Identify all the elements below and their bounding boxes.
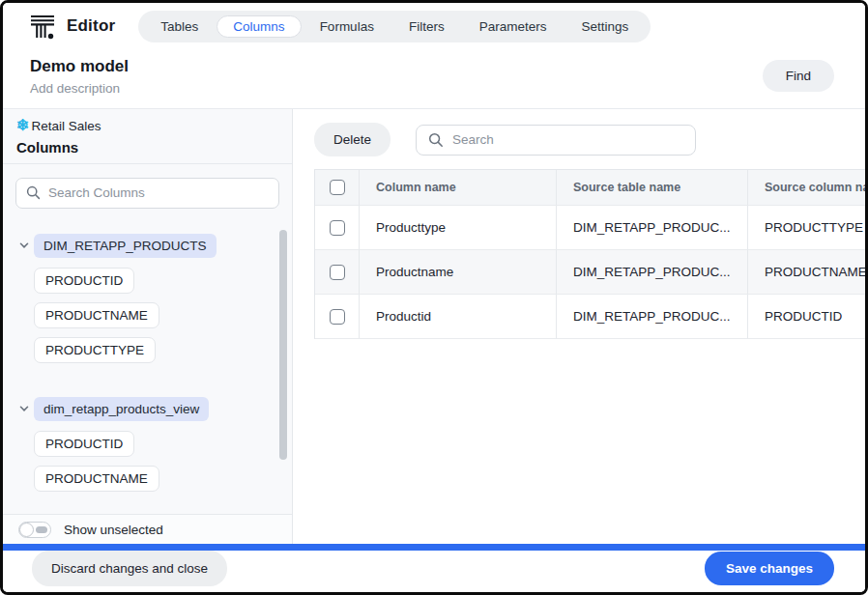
tab-filters[interactable]: Filters: [392, 15, 461, 38]
cell-source-column: PRODUCTTYPE: [748, 206, 865, 250]
cell-source-table: DIM_RETAPP_PRODUC...: [557, 206, 748, 250]
tab-columns[interactable]: Columns: [217, 15, 301, 38]
columns-tree: DIM_RETAPP_PRODUCTS PRODUCTID PRODUCTNAM…: [3, 220, 292, 514]
tab-settings[interactable]: Settings: [564, 15, 645, 38]
discard-changes-button[interactable]: Discard changes and close: [32, 551, 227, 586]
sigma-logo-icon: [30, 14, 55, 40]
show-unselected-toggle[interactable]: [18, 522, 51, 538]
tree-table-pill[interactable]: DIM_RETAPP_PRODUCTS: [34, 234, 217, 258]
cell-source-table: DIM_RETAPP_PRODUC...: [557, 250, 748, 295]
table-header-row: Column name Source table name Source col…: [315, 170, 865, 206]
search-icon: [428, 132, 444, 148]
model-title[interactable]: Demo model: [30, 57, 865, 76]
table-toolbar: Delete: [293, 109, 865, 169]
column-header[interactable]: Column name: [360, 170, 557, 206]
search-icon: [26, 185, 41, 200]
tree-column-pill[interactable]: PRODUCTNAME: [34, 466, 159, 492]
column-header[interactable]: Source table name: [557, 170, 748, 206]
cell-column-name[interactable]: Productname: [360, 250, 557, 295]
tree-column-pill[interactable]: PRODUCTNAME: [34, 302, 159, 328]
columns-table: Column name Source table name Source col…: [314, 169, 865, 339]
cell-source-column: PRODUCTNAME: [748, 250, 865, 295]
columns-main-panel: Delete Column name Source table name: [293, 109, 865, 544]
columns-sidebar: ❄ Retail Sales Columns: [3, 109, 293, 544]
tree-group: DIM_RETAPP_PRODUCTS PRODUCTID PRODUCTNAM…: [18, 234, 269, 372]
tree-group: dim_retapp_products_view PRODUCTID PRODU…: [18, 397, 269, 500]
search-columns-input[interactable]: [48, 185, 269, 200]
search-columns-box: [15, 178, 279, 209]
cell-column-name[interactable]: Producttype: [360, 206, 557, 250]
model-header: Demo model Add description Find: [3, 49, 865, 109]
app-title: Editor: [67, 16, 115, 36]
cell-source-table: DIM_RETAPP_PRODUC...: [557, 295, 748, 339]
tree-column-pill[interactable]: PRODUCTID: [34, 431, 134, 457]
table-search-input[interactable]: [452, 132, 683, 147]
table-row[interactable]: Producttype DIM_RETAPP_PRODUC... PRODUCT…: [315, 206, 865, 250]
tab-parameters[interactable]: Parameters: [463, 15, 564, 38]
save-changes-button[interactable]: Save changes: [705, 552, 834, 585]
tree-table-pill[interactable]: dim_retapp_products_view: [34, 397, 209, 421]
select-all-checkbox[interactable]: [330, 180, 345, 195]
app-header: Editor Tables Columns Formulas Filters P…: [3, 3, 865, 49]
sidebar-footer: Show unselected: [3, 514, 292, 544]
chevron-down-icon[interactable]: [18, 403, 30, 414]
tab-tables[interactable]: Tables: [144, 15, 215, 38]
editor-window: Editor Tables Columns Formulas Filters P…: [0, 0, 868, 595]
cell-source-column: PRODUCTID: [748, 295, 865, 339]
row-checkbox[interactable]: [330, 309, 345, 325]
row-checkbox[interactable]: [330, 265, 345, 280]
column-header[interactable]: Source column name: [748, 170, 865, 206]
table-row[interactable]: Productid DIM_RETAPP_PRODUC... PRODUCTID: [315, 295, 865, 339]
tree-column-pill[interactable]: PRODUCTTYPE: [34, 337, 156, 363]
accent-bar: [3, 544, 865, 551]
sidebar-panel-title: Columns: [16, 139, 278, 156]
add-description[interactable]: Add description: [30, 81, 865, 96]
table-row[interactable]: Productname DIM_RETAPP_PRODUC... PRODUCT…: [315, 250, 865, 295]
delete-button[interactable]: Delete: [314, 123, 391, 156]
tab-formulas[interactable]: Formulas: [304, 15, 391, 38]
row-checkbox[interactable]: [330, 220, 345, 236]
sidebar-scrollbar[interactable]: [279, 230, 287, 460]
source-name: Retail Sales: [31, 119, 101, 133]
show-unselected-label: Show unselected: [64, 523, 163, 537]
footer-bar: Discard changes and close Save changes: [3, 551, 865, 592]
find-button[interactable]: Find: [763, 60, 834, 92]
tree-column-pill[interactable]: PRODUCTID: [34, 268, 134, 294]
table-search-box: [416, 125, 696, 156]
editor-tabbar: Tables Columns Formulas Filters Paramete…: [138, 11, 651, 42]
snowflake-icon: ❄: [16, 118, 29, 133]
chevron-down-icon[interactable]: [18, 240, 30, 251]
cell-column-name[interactable]: Productid: [360, 295, 557, 339]
